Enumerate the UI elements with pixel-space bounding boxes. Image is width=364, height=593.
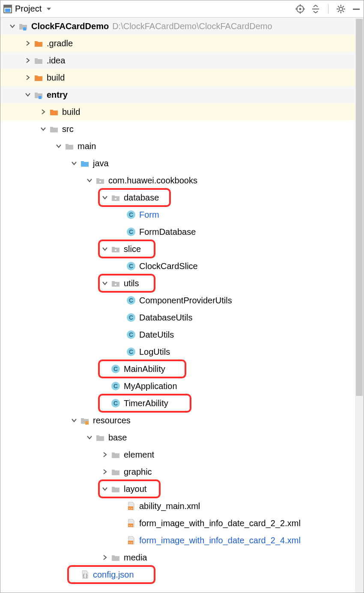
tree-item-label: slice xyxy=(124,244,141,254)
chevron-down-icon[interactable] xyxy=(54,142,63,150)
chevron-right-icon[interactable] xyxy=(101,467,109,476)
minimize-icon[interactable] xyxy=(352,4,361,14)
tree-item-label: DatabaseUtils xyxy=(139,313,193,323)
package-grey-icon xyxy=(95,176,105,185)
chevron-right-icon[interactable] xyxy=(24,39,32,48)
folder-grey-icon xyxy=(34,56,43,65)
chevron-down-icon[interactable] xyxy=(85,176,94,185)
svg-rect-2 xyxy=(5,9,10,12)
tree-item-label: ClockFACardDemo xyxy=(31,21,109,31)
collapse-all-icon[interactable] xyxy=(311,4,320,14)
folder-grey-icon xyxy=(111,484,120,494)
chevron-right-icon[interactable] xyxy=(39,108,48,116)
tree-row[interactable]: <>form_image_with_info_date_card_2_2.xml xyxy=(0,515,364,532)
tree-row[interactable]: element xyxy=(0,446,364,463)
tree-item-label: ComponentProviderUtils xyxy=(139,296,232,305)
tree-row[interactable]: graphic xyxy=(0,463,364,480)
scrollbar-track[interactable] xyxy=(355,18,364,593)
chevron-down-icon[interactable] xyxy=(85,433,94,442)
svg-text:{ }: { } xyxy=(83,573,88,578)
gear-icon[interactable] xyxy=(336,4,346,14)
tree-row[interactable]: .gradle xyxy=(0,35,364,52)
chevron-right-icon[interactable] xyxy=(24,73,32,82)
chevron-down-icon[interactable] xyxy=(101,279,109,288)
panel-header-left: Project xyxy=(3,4,295,14)
tree-row[interactable]: com.huawei.cookbooks xyxy=(0,172,364,189)
tree-item-label: database xyxy=(124,193,159,203)
tree-row[interactable]: base xyxy=(0,429,364,446)
tree-row[interactable]: build xyxy=(0,103,364,120)
tree-row[interactable]: CDateUtils xyxy=(0,326,364,343)
package-grey-icon xyxy=(111,244,120,254)
tree-row[interactable]: src xyxy=(0,120,364,138)
tree-row[interactable]: java xyxy=(0,155,364,172)
tree-row[interactable]: slice xyxy=(0,240,364,258)
svg-line-15 xyxy=(338,6,339,7)
svg-rect-1 xyxy=(4,5,12,8)
tree-row[interactable]: .idea xyxy=(0,52,364,69)
svg-text:C: C xyxy=(129,297,133,304)
tree-item-path: D:\ClockFACardDemo\ClockFACardDemo xyxy=(112,21,272,31)
tree-row[interactable]: database xyxy=(0,189,364,206)
chevron-right-icon[interactable] xyxy=(24,56,32,65)
chevron-down-icon[interactable] xyxy=(70,159,78,168)
tree-row[interactable]: layout xyxy=(0,480,364,497)
tree-row[interactable]: CForm xyxy=(0,206,364,223)
tree-row[interactable]: ClockFACardDemoD:\ClockFACardDemo\ClockF… xyxy=(0,18,364,35)
json-file-icon: { } xyxy=(80,570,90,579)
tree-row[interactable]: CComponentProviderUtils xyxy=(0,292,364,309)
svg-text:C: C xyxy=(129,314,133,321)
svg-point-10 xyxy=(339,7,343,11)
folder-grey-icon xyxy=(111,467,120,476)
chevron-down-icon[interactable] xyxy=(70,416,78,425)
tree-item-label: config.json xyxy=(93,570,134,580)
target-icon[interactable] xyxy=(295,4,305,14)
tree-item-label: DateUtils xyxy=(139,330,174,340)
chevron-right-icon[interactable] xyxy=(101,450,109,459)
folder-orange-icon xyxy=(34,39,43,48)
tree-row[interactable]: CLogUtils xyxy=(0,343,364,360)
xml-file-icon: <> xyxy=(126,518,136,528)
chevron-down-icon[interactable] xyxy=(101,245,109,253)
tree-row[interactable]: <>ability_main.xml xyxy=(0,497,364,515)
svg-text:C: C xyxy=(129,263,133,270)
tree-row[interactable]: media xyxy=(0,549,364,566)
chevron-down-icon[interactable] xyxy=(8,22,17,30)
class-c-icon: C xyxy=(126,330,136,339)
chevron-down-icon[interactable] xyxy=(101,193,109,202)
chevron-down-icon[interactable] xyxy=(24,90,32,99)
svg-line-16 xyxy=(343,11,344,12)
tree-row[interactable]: <>form_image_with_info_date_card_2_4.xml xyxy=(0,532,364,549)
tree-item-label: build xyxy=(62,107,80,117)
class-c-icon: C xyxy=(111,364,120,374)
dropdown-chevron-icon[interactable] xyxy=(44,4,54,14)
tree-row[interactable]: CFormDatabase xyxy=(0,223,364,240)
project-icon xyxy=(3,4,12,14)
scrollbar-thumb[interactable] xyxy=(356,19,363,396)
tree-row[interactable]: CTimerAbility xyxy=(0,395,364,412)
tree-row[interactable]: CClockCardSlice xyxy=(0,258,364,275)
svg-line-18 xyxy=(343,6,344,7)
tree-item-label: form_image_with_info_date_card_2_4.xml xyxy=(139,536,301,545)
tree-row[interactable]: main xyxy=(0,138,364,155)
project-panel: Project ClockFACardDemoD:\ClockFACardDem… xyxy=(0,0,364,593)
chevron-down-icon[interactable] xyxy=(101,485,109,493)
tree-row[interactable]: CMainAbility xyxy=(0,360,364,377)
tree-row[interactable]: resources xyxy=(0,412,364,429)
tree-item-label: MyApplication xyxy=(124,381,177,391)
tree-row[interactable]: { }config.json xyxy=(0,566,364,583)
chevron-down-icon[interactable] xyxy=(39,125,48,133)
tree-row[interactable]: entry xyxy=(0,86,364,103)
tree-row[interactable]: CMyApplication xyxy=(0,377,364,395)
chevron-right-icon[interactable] xyxy=(101,553,109,562)
tree-row[interactable]: CDatabaseUtils xyxy=(0,309,364,326)
folder-grey-icon xyxy=(111,450,120,459)
project-tree[interactable]: ClockFACardDemoD:\ClockFACardDemo\ClockF… xyxy=(0,18,364,593)
svg-text:C: C xyxy=(113,383,118,389)
class-c-icon: C xyxy=(126,313,136,322)
tree-row[interactable]: build xyxy=(0,69,364,86)
xml-file-icon: <> xyxy=(126,501,136,511)
tree-item-label: media xyxy=(124,553,147,563)
tree-item-label: com.huawei.cookbooks xyxy=(108,176,197,186)
tree-row[interactable]: utils xyxy=(0,275,364,292)
